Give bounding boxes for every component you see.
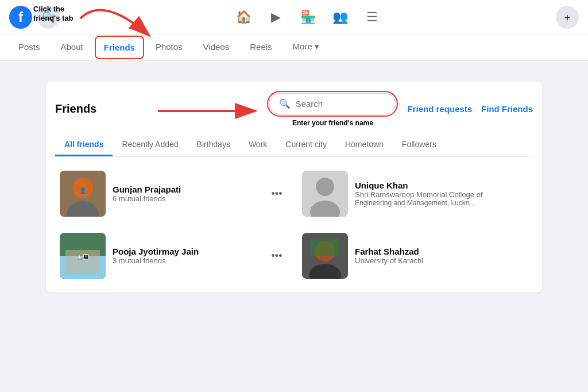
svg-rect-11 xyxy=(65,250,100,273)
annotation-label: Click the friend's tab xyxy=(33,5,74,22)
friend-info-pooja: Pooja Jyotirmay Jain 3 mutual friends xyxy=(113,247,286,265)
subtab-work[interactable]: Work xyxy=(239,134,276,156)
find-friends-link[interactable]: Find Friends xyxy=(481,104,533,114)
subtab-recently-added[interactable]: Recently Added xyxy=(113,134,187,156)
friend-card-pooja[interactable]: 🏔️👨‍👩‍👧 Pooja Jyotirmay Jain 3 mutual fr… xyxy=(55,228,291,283)
subtab-all-friends[interactable]: All friends xyxy=(55,134,113,156)
tab-more[interactable]: More ▾ xyxy=(284,34,328,60)
friend-meta-gunjan: 6 mutual friends xyxy=(113,194,286,203)
friend-requests-link[interactable]: Friend requests xyxy=(407,104,472,114)
avatar-image-pooja: 🏔️👨‍👩‍👧 xyxy=(60,233,106,279)
friend-card-farhat[interactable]: Farhat Shahzad University of Karachi xyxy=(297,228,533,283)
subtab-followers[interactable]: Followers xyxy=(393,134,446,156)
friend-info-gunjan: Gunjan Prajapati 6 mutual friends xyxy=(113,185,286,203)
friend-info-unique: Unique Khan Shri Ramswaroop Memorial Col… xyxy=(355,180,528,207)
friend-meta-pooja: 3 mutual friends xyxy=(113,256,286,265)
tab-reels[interactable]: Reels xyxy=(241,35,281,60)
arrow-annotation-search xyxy=(152,97,267,125)
subtab-hometown[interactable]: Hometown xyxy=(336,134,393,156)
avatar-image-gunjan: 👤 xyxy=(60,171,106,217)
nav-add-button[interactable]: ＋ xyxy=(556,6,579,29)
search-box-outline: 🔍 xyxy=(267,91,398,117)
search-area: 🔍 Enter your friend's name xyxy=(267,91,398,127)
svg-rect-16 xyxy=(311,239,339,256)
friend-info-farhat: Farhat Shahzad University of Karachi xyxy=(355,247,528,265)
friend-card-unique[interactable]: Unique Khan Shri Ramswaroop Memorial Col… xyxy=(297,166,533,221)
tab-photos[interactable]: Photos xyxy=(146,35,192,60)
friend-name-pooja: Pooja Jyotirmay Jain xyxy=(113,247,286,256)
friend-meta-unique: Shri Ramswaroop Memorial College of xyxy=(355,190,528,199)
svg-text:👤: 👤 xyxy=(79,187,87,194)
nav-marketplace-button[interactable]: 🏪 xyxy=(294,3,322,31)
friend-more-button-gunjan[interactable]: ••• xyxy=(268,185,286,203)
search-input[interactable] xyxy=(295,99,387,109)
tab-about[interactable]: About xyxy=(52,35,92,60)
friends-panel: Friends 🔍 xyxy=(46,82,542,293)
search-box[interactable]: 🔍 xyxy=(269,93,396,114)
friends-header: Friends 🔍 xyxy=(55,91,533,127)
search-hint: Enter your friend's name xyxy=(292,119,373,127)
tab-posts[interactable]: Posts xyxy=(9,35,49,60)
avatar-silhouette-unique xyxy=(302,171,348,217)
nav-video-button[interactable]: ▶ xyxy=(262,3,289,31)
sub-tabs: All friends Recently Added Birthdays Wor… xyxy=(55,134,533,157)
nav-menu-button[interactable]: ☰ xyxy=(358,3,386,31)
main-content: Friends 🔍 xyxy=(0,61,588,313)
tab-friends[interactable]: Friends xyxy=(95,36,144,59)
tab-videos[interactable]: Videos xyxy=(194,35,239,60)
facebook-logo[interactable]: f xyxy=(9,6,32,29)
top-nav: f 🔍 Click the friend's tab 🏠 ▶ 🏪 👥 ☰ ＋ xyxy=(0,0,588,34)
friends-header-right: 🔍 Enter your friend's name Friend reques… xyxy=(267,91,533,127)
avatar-pooja: 🏔️👨‍👩‍👧 xyxy=(60,233,106,279)
avatar-farhat xyxy=(302,233,348,279)
friend-card-gunjan[interactable]: 👤 Gunjan Prajapati 6 mutual friends ••• xyxy=(55,166,291,221)
tab-bar: Posts About Friends Photos Videos Reels … xyxy=(0,34,588,61)
friends-grid: 👤 Gunjan Prajapati 6 mutual friends ••• xyxy=(55,166,533,283)
friends-title: Friends xyxy=(55,102,96,116)
search-icon: 🔍 xyxy=(279,98,291,109)
subtab-current-city[interactable]: Current city xyxy=(276,134,336,156)
friend-meta-farhat: University of Karachi xyxy=(355,256,528,265)
nav-groups-button[interactable]: 👥 xyxy=(326,3,354,31)
avatar-gunjan: 👤 xyxy=(60,171,106,217)
nav-center-icons: 🏠 ▶ 🏪 👥 ☰ xyxy=(60,3,556,31)
nav-home-button[interactable]: 🏠 xyxy=(230,3,257,31)
svg-point-7 xyxy=(316,178,334,196)
friend-more-button-pooja[interactable]: ••• xyxy=(268,247,286,265)
friend-name-gunjan: Gunjan Prajapati xyxy=(113,185,286,194)
avatar-unique xyxy=(302,171,348,217)
nav-right-area: ＋ xyxy=(556,6,579,29)
subtab-birthdays[interactable]: Birthdays xyxy=(188,134,239,156)
friend-meta-sub-unique: Engineering and Management, Luckn... xyxy=(355,199,528,207)
avatar-image-farhat xyxy=(302,233,348,279)
friend-name-unique: Unique Khan xyxy=(355,180,528,190)
friend-name-farhat: Farhat Shahzad xyxy=(355,247,528,256)
svg-text:🏔️👨‍👩‍👧: 🏔️👨‍👩‍👧 xyxy=(76,253,90,260)
